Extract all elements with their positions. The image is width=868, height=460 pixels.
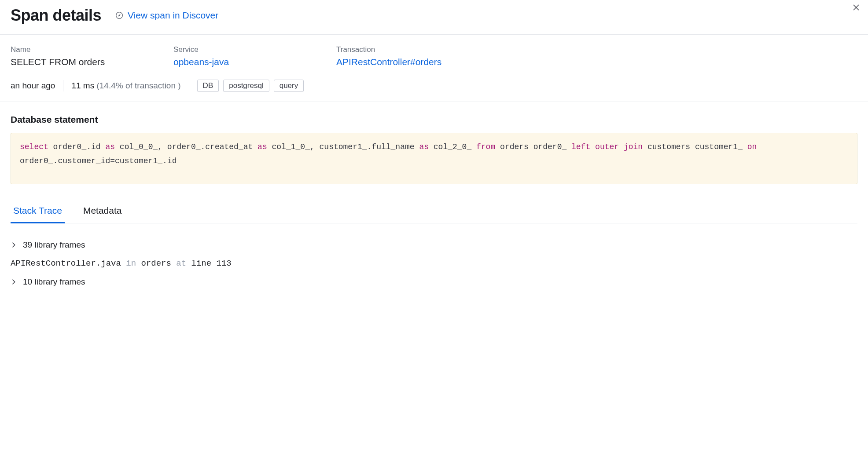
- badge: query: [274, 80, 304, 92]
- badge-list: DBpostgresqlquery: [197, 80, 304, 92]
- sql-keyword: from: [476, 142, 495, 151]
- db-statement-code: select order0_.id as col_0_0_, order0_.c…: [11, 133, 857, 184]
- meta-transaction-label: Transaction: [336, 45, 857, 54]
- tabs: Stack Trace Metadata: [11, 201, 857, 223]
- pct-of-transaction: (14.4% of transaction ): [96, 81, 180, 90]
- chevron-right-icon: [11, 242, 17, 248]
- meta-name: Name SELECT FROM orders: [11, 45, 173, 73]
- sql-token: order0_.id: [48, 142, 106, 151]
- meta-transaction-link[interactable]: APIRestController#orders: [336, 57, 857, 67]
- compass-icon: [115, 11, 123, 19]
- page-title: Span details: [11, 6, 101, 25]
- sql-keyword: on: [747, 142, 757, 151]
- sql-keyword: as: [105, 142, 115, 151]
- sql-token: col_1_0_, customer1_.full_name: [267, 142, 419, 151]
- close-button[interactable]: [852, 4, 860, 11]
- duration-wrap: 11 ms (14.4% of transaction ): [71, 81, 180, 91]
- sql-keyword: left: [571, 142, 590, 151]
- divider: [189, 80, 189, 91]
- sql-token: col_2_0_: [429, 142, 476, 151]
- library-frames-count: 10 library frames: [23, 277, 85, 287]
- stack-line-number: line 113: [191, 259, 231, 268]
- meta-name-label: Name: [11, 45, 173, 54]
- stack-frame-line: APIRestController.java in orders at line…: [11, 254, 857, 273]
- db-statement-title: Database statement: [0, 102, 868, 133]
- panel-header: Span details View span in Discover: [0, 0, 868, 35]
- meta-row-secondary: an hour ago 11 ms (14.4% of transaction …: [0, 73, 868, 102]
- stack-at: at: [171, 259, 191, 268]
- sql-keyword: outer: [595, 142, 619, 151]
- sql-keyword: as: [257, 142, 267, 151]
- span-details-panel: Span details View span in Discover Name …: [0, 0, 868, 309]
- sql-token: col_0_0_, order0_.created_at: [115, 142, 257, 151]
- sql-token: customers customer1_: [643, 142, 747, 151]
- view-in-discover-link[interactable]: View span in Discover: [115, 10, 218, 21]
- tab-metadata[interactable]: Metadata: [81, 201, 125, 223]
- view-in-discover-label: View span in Discover: [128, 10, 218, 21]
- sql-token: [619, 142, 624, 151]
- stack-method: orders: [141, 259, 171, 268]
- library-frames-toggle[interactable]: 39 library frames: [11, 236, 857, 254]
- close-icon: [853, 4, 860, 11]
- sql-token: orders order0_: [495, 142, 571, 151]
- stack-in: in: [121, 259, 141, 268]
- meta-name-value: SELECT FROM orders: [11, 57, 173, 67]
- duration: 11 ms: [71, 81, 94, 90]
- divider: [63, 80, 63, 91]
- meta-service-label: Service: [173, 45, 336, 54]
- badge: DB: [197, 80, 219, 92]
- stack-trace-area: 39 library frames APIRestController.java…: [0, 223, 868, 291]
- sql-token: [590, 142, 595, 151]
- chevron-right-icon: [11, 279, 17, 285]
- tab-stack-trace[interactable]: Stack Trace: [11, 201, 65, 223]
- library-frames-toggle[interactable]: 10 library frames: [11, 273, 857, 291]
- badge: postgresql: [223, 80, 269, 92]
- sql-keyword: as: [419, 142, 429, 151]
- sql-keyword: select: [20, 142, 48, 151]
- meta-service: Service opbeans-java: [173, 45, 336, 73]
- sql-keyword: join: [624, 142, 643, 151]
- library-frames-count: 39 library frames: [23, 240, 85, 250]
- meta-service-link[interactable]: opbeans-java: [173, 57, 336, 67]
- meta-grid: Name SELECT FROM orders Service opbeans-…: [0, 35, 868, 73]
- stack-file: APIRestController.java: [11, 259, 121, 268]
- time-ago: an hour ago: [11, 81, 55, 91]
- meta-transaction: Transaction APIRestController#orders: [336, 45, 857, 73]
